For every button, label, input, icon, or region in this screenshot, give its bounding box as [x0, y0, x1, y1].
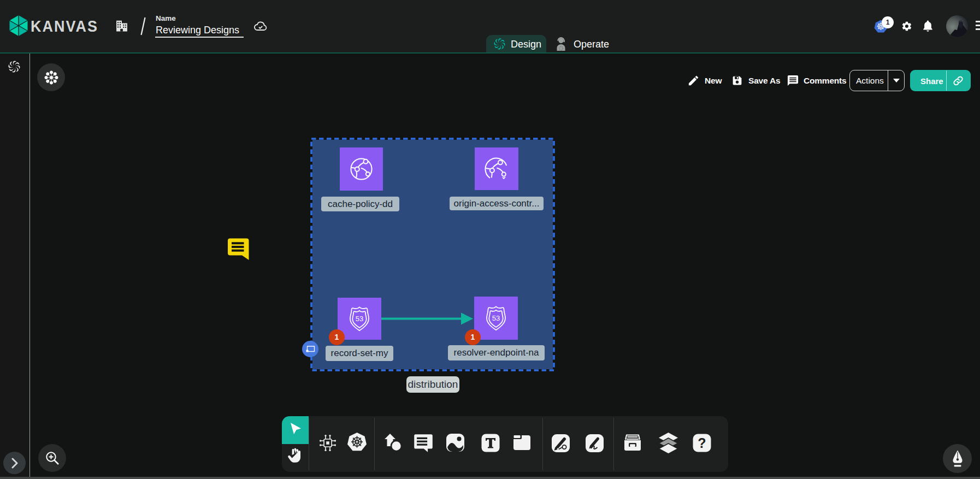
svg-text:53: 53: [492, 314, 500, 322]
svg-text:53: 53: [356, 315, 364, 323]
svg-text:?: ?: [698, 435, 706, 451]
